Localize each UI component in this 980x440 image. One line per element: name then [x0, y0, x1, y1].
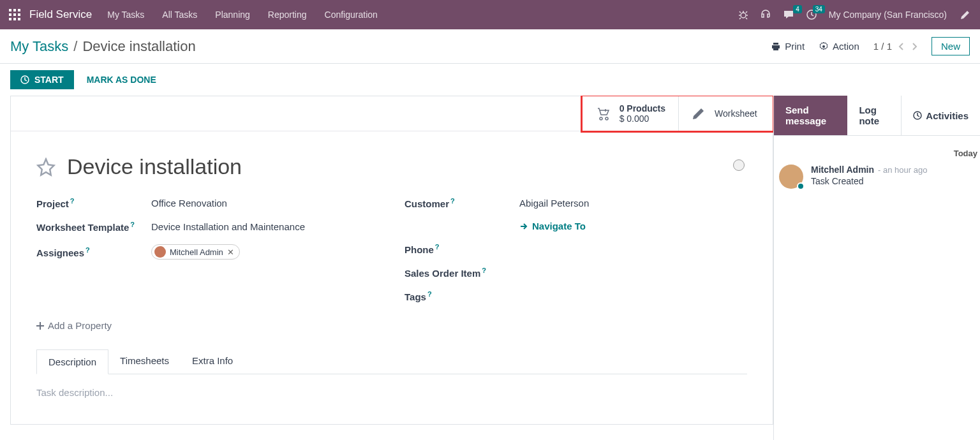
products-count: 0 Products — [620, 103, 665, 114]
bug-icon[interactable] — [738, 10, 748, 20]
message-time: - an hour ago — [878, 165, 927, 175]
subheader: My Tasks / Device installation Print Act… — [0, 29, 980, 64]
nav-configuration[interactable]: Configuration — [325, 10, 378, 20]
svg-rect-7 — [13, 18, 16, 20]
project-label: Project? — [36, 197, 151, 209]
pager-prev[interactable] — [898, 42, 905, 51]
assignees-value[interactable]: Mitchell Admin ✕ — [151, 244, 240, 260]
nav-menu: My Tasks All Tasks Planning Reporting Co… — [107, 10, 378, 20]
breadcrumb-sep: / — [73, 38, 77, 55]
products-amount: $ 0.000 — [620, 114, 665, 124]
nav-reporting[interactable]: Reporting — [268, 10, 307, 20]
pencil-icon — [692, 106, 706, 121]
cart-icon — [595, 106, 611, 121]
action-menu[interactable]: Action — [819, 41, 859, 52]
top-nav: Field Service My Tasks All Tasks Plannin… — [0, 0, 980, 29]
plus-icon — [36, 322, 44, 330]
add-property-button[interactable]: Add a Property — [36, 320, 747, 331]
svg-rect-2 — [18, 9, 20, 11]
stat-buttons-highlight: 0 Products $ 0.000 Worksheet — [581, 96, 774, 133]
app-brand[interactable]: Field Service — [29, 8, 92, 21]
assignees-label: Assignees? — [36, 246, 151, 258]
activity-icon[interactable]: 34 — [806, 9, 817, 20]
assignee-chip[interactable]: Mitchell Admin ✕ — [151, 244, 240, 260]
clock-small-icon — [913, 111, 922, 120]
message-avatar[interactable] — [779, 165, 803, 189]
tab-panel-description: Task description... — [36, 374, 747, 411]
soi-label: Sales Order Item? — [405, 267, 519, 279]
subheader-actions: Print Action 1 / 1 New — [771, 37, 970, 55]
avatar — [154, 246, 166, 258]
clock-icon — [20, 75, 29, 84]
message-author[interactable]: Mitchell Admin — [811, 165, 874, 175]
template-value[interactable]: Device Installation and Maintenance — [151, 221, 305, 232]
project-value[interactable]: Office Renovation — [151, 198, 227, 209]
customer-value[interactable]: Abigail Peterson — [519, 198, 589, 209]
activity-badge: 34 — [813, 5, 825, 13]
tabs: Description Timesheets Extra Info — [36, 349, 747, 374]
remove-assignee-icon[interactable]: ✕ — [227, 247, 234, 257]
breadcrumb: My Tasks / Device installation — [10, 38, 196, 55]
messaging-icon[interactable]: 4 — [783, 9, 794, 20]
mark-done-button[interactable]: MARK AS DONE — [87, 75, 156, 85]
products-stat-button[interactable]: 0 Products $ 0.000 — [583, 96, 678, 131]
support-icon[interactable] — [760, 9, 771, 20]
description-placeholder[interactable]: Task description... — [36, 387, 113, 398]
log-note-button[interactable]: Log note — [847, 96, 902, 135]
pager-text: 1 / 1 — [873, 41, 892, 52]
company-selector[interactable]: My Company (San Francisco) — [829, 10, 947, 20]
svg-point-9 — [741, 13, 746, 18]
svg-rect-8 — [18, 18, 20, 20]
svg-point-11 — [822, 45, 825, 48]
tab-description[interactable]: Description — [36, 349, 108, 374]
pager-next[interactable] — [911, 42, 917, 51]
task-title[interactable]: Device installation — [67, 154, 242, 179]
svg-rect-5 — [18, 13, 20, 16]
svg-rect-0 — [9, 9, 11, 11]
nav-my-tasks[interactable]: My Tasks — [107, 10, 144, 20]
tab-extra-info[interactable]: Extra Info — [181, 349, 244, 374]
action-bar: START MARK AS DONE — [0, 64, 980, 96]
send-message-button[interactable]: Send message — [774, 96, 847, 135]
presence-dot — [797, 182, 805, 190]
message: Mitchell Admin - an hour ago Task Create… — [776, 165, 977, 189]
form-sheet: 0 Products $ 0.000 Worksheet Devic — [10, 96, 773, 425]
apps-icon[interactable] — [9, 9, 20, 20]
breadcrumb-parent[interactable]: My Tasks — [10, 38, 68, 55]
print-button[interactable]: Print — [771, 41, 805, 52]
tab-timesheets[interactable]: Timesheets — [108, 349, 181, 374]
worksheet-stat-button[interactable]: Worksheet — [678, 96, 773, 131]
today-separator: Today — [776, 136, 977, 165]
start-button[interactable]: START — [10, 70, 74, 89]
svg-rect-4 — [13, 13, 16, 16]
activities-button[interactable]: Activities — [902, 96, 980, 135]
nav-right: 4 34 My Company (San Francisco) — [738, 8, 971, 21]
gear-icon — [819, 41, 829, 52]
svg-rect-3 — [9, 13, 11, 16]
chatter: Send message Log note Activities Today M… — [774, 96, 980, 440]
arrow-right-icon — [519, 222, 528, 231]
nav-all-tasks[interactable]: All Tasks — [162, 10, 197, 20]
stage-indicator[interactable] — [733, 159, 745, 171]
svg-rect-1 — [13, 9, 16, 11]
messaging-badge: 4 — [793, 5, 802, 13]
phone-label: Phone? — [405, 243, 519, 255]
print-icon — [771, 41, 781, 52]
pager: 1 / 1 — [873, 41, 917, 52]
svg-rect-6 — [9, 18, 11, 20]
template-label: Worksheet Template? — [36, 221, 151, 233]
new-button[interactable]: New — [932, 37, 970, 55]
tags-label: Tags? — [405, 290, 519, 302]
customer-label: Customer? — [405, 197, 519, 209]
navigate-to-link[interactable]: Navigate To — [519, 221, 586, 231]
star-icon[interactable] — [36, 158, 56, 177]
worksheet-label: Worksheet — [715, 108, 757, 119]
breadcrumb-current: Device installation — [82, 38, 195, 55]
nav-planning[interactable]: Planning — [215, 10, 250, 20]
user-menu-icon[interactable] — [958, 8, 971, 21]
message-text: Task Created — [811, 176, 927, 186]
